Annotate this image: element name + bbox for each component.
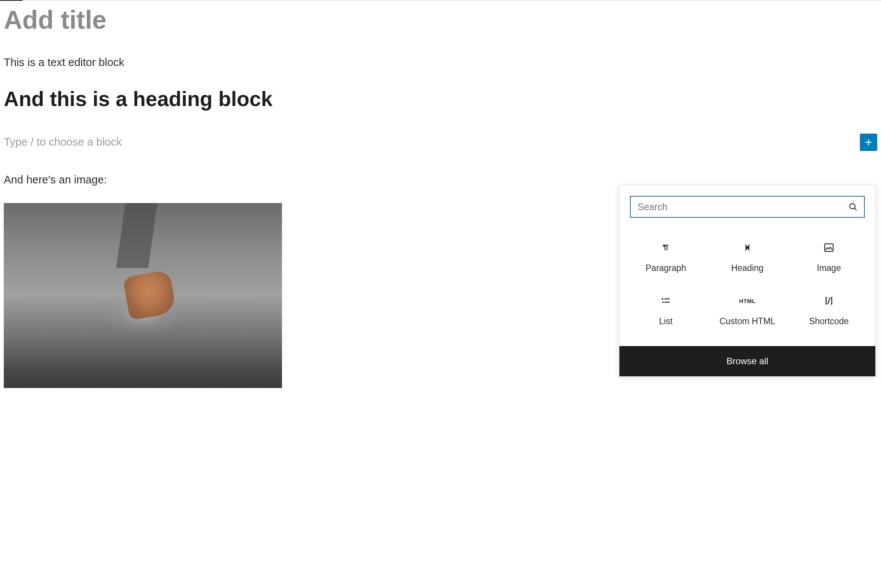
svg-rect-2 bbox=[825, 244, 833, 251]
search-icon bbox=[848, 202, 858, 212]
block-label: Custom HTML bbox=[719, 316, 775, 326]
block-grid: Paragraph Heading Image bbox=[619, 228, 875, 346]
add-block-button[interactable] bbox=[860, 134, 877, 151]
svg-rect-6 bbox=[664, 302, 670, 303]
block-item-image[interactable]: Image bbox=[790, 232, 868, 282]
top-border bbox=[0, 0, 881, 1]
svg-rect-5 bbox=[662, 302, 664, 303]
block-label: Heading bbox=[731, 263, 764, 273]
svg-rect-4 bbox=[664, 299, 670, 300]
block-label: List bbox=[659, 316, 673, 326]
list-icon bbox=[659, 294, 673, 308]
paragraph-block[interactable]: This is a text editor block bbox=[4, 54, 877, 71]
browse-all-button[interactable]: Browse all bbox=[619, 346, 875, 376]
block-item-shortcode[interactable]: Shortcode bbox=[790, 285, 868, 335]
block-item-list[interactable]: List bbox=[627, 285, 705, 335]
post-title-input[interactable]: Add title bbox=[4, 5, 877, 35]
image-block[interactable] bbox=[4, 203, 282, 388]
svg-line-1 bbox=[855, 208, 856, 210]
html-icon: HTML bbox=[740, 294, 755, 308]
inserter-search-row bbox=[619, 185, 875, 228]
block-label: Image bbox=[817, 263, 841, 273]
block-item-heading[interactable]: Heading bbox=[708, 232, 786, 282]
image-icon bbox=[822, 240, 836, 255]
heading-icon bbox=[740, 240, 755, 255]
shortcode-icon bbox=[822, 294, 836, 308]
image-content bbox=[105, 291, 181, 337]
block-item-paragraph[interactable]: Paragraph bbox=[627, 232, 705, 282]
paragraph-icon bbox=[659, 240, 673, 255]
plus-icon bbox=[863, 137, 874, 148]
block-placeholder-text[interactable]: Type / to choose a block bbox=[4, 136, 860, 148]
svg-point-3 bbox=[662, 298, 664, 300]
block-item-custom-html[interactable]: HTML Custom HTML bbox=[708, 285, 786, 335]
empty-block-row: Type / to choose a block bbox=[4, 134, 877, 151]
block-search-input[interactable] bbox=[630, 196, 865, 218]
block-label: Paragraph bbox=[645, 263, 686, 273]
block-label: Shortcode bbox=[809, 316, 849, 326]
block-inserter-popover: Paragraph Heading Image bbox=[619, 185, 876, 377]
heading-block[interactable]: And this is a heading block bbox=[4, 86, 877, 113]
